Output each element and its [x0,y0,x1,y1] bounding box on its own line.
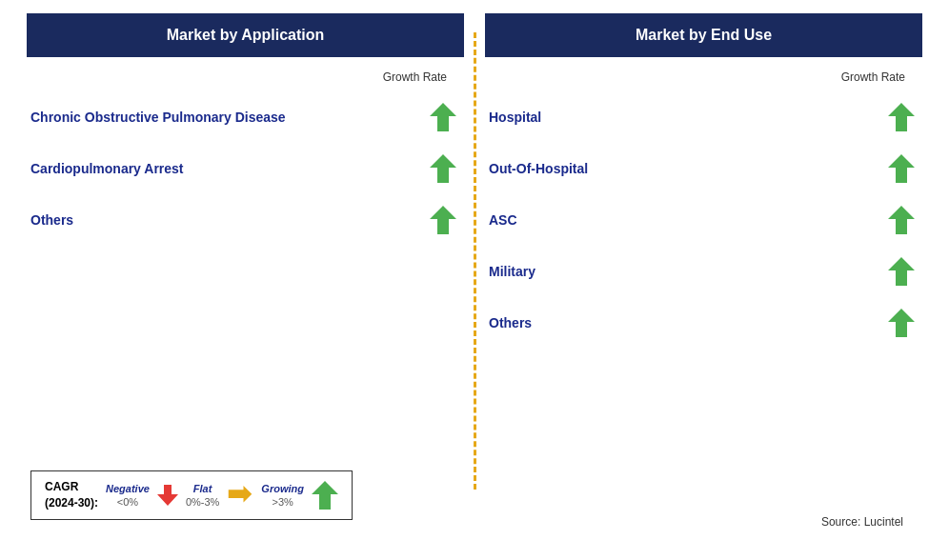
left-growth-rate-label: Growth Rate [27,70,464,84]
up-arrow-icon [888,204,915,236]
legend-cagr: CAGR (2024-30): [45,479,98,511]
left-panel: Market by Application Growth Rate Chroni… [17,13,474,547]
right-panel-header: Market by End Use [485,13,922,57]
up-arrow-icon [430,101,456,133]
right-panel: Market by End Use Growth Rate Hospital O… [475,13,932,547]
svg-marker-8 [888,206,915,234]
svg-marker-4 [229,486,252,503]
up-arrow-icon [888,152,915,185]
item-label-others-right: Others [489,315,532,330]
up-arrow-icon [888,101,915,133]
item-label-out-of-hospital: Out-Of-Hospital [489,161,588,176]
svg-marker-2 [430,206,456,234]
svg-marker-0 [430,103,456,131]
yellow-arrow-right-icon [227,485,253,506]
list-item: Others [485,297,922,349]
up-arrow-icon [888,307,915,339]
list-item: Cardiopulmonary Arrest [27,143,464,194]
right-growth-rate-label: Growth Rate [485,70,922,84]
svg-marker-7 [888,154,915,183]
svg-marker-10 [888,309,915,337]
svg-marker-6 [888,103,915,131]
item-label-cardiopulmonary: Cardiopulmonary Arrest [30,161,184,176]
svg-marker-3 [157,485,178,506]
red-arrow-down-icon [157,483,178,508]
legend-negative: Negative <0% [106,482,150,510]
list-item: Chronic Obstructive Pulmonary Disease [27,91,464,143]
list-item: Out-Of-Hospital [485,143,922,194]
list-item: ASC [485,194,922,246]
item-label-others-left: Others [30,212,73,228]
item-label-military: Military [489,264,535,279]
item-label-asc: ASC [489,212,517,228]
list-item: Hospital [485,91,922,143]
legend-growing: Growing >3% [261,482,304,510]
list-item: Others [27,194,464,246]
up-arrow-icon [430,204,456,236]
up-arrow-icon [888,255,915,288]
left-panel-items: Chronic Obstructive Pulmonary Disease Ca… [27,91,464,547]
legend-box: CAGR (2024-30): Negative <0% Flat [30,470,353,520]
list-item: Military [485,246,922,297]
up-arrow-icon [430,152,456,185]
item-label-hospital: Hospital [489,110,541,125]
svg-marker-1 [430,154,456,183]
svg-marker-5 [312,481,338,510]
green-arrow-up-legend-icon [312,479,338,511]
svg-marker-9 [888,257,915,286]
legend-flat: Flat 0%-3% [186,482,219,510]
left-panel-header: Market by Application [27,13,464,57]
source-text: Source: Lucintel [821,515,913,538]
item-label-copd: Chronic Obstructive Pulmonary Disease [30,110,286,125]
